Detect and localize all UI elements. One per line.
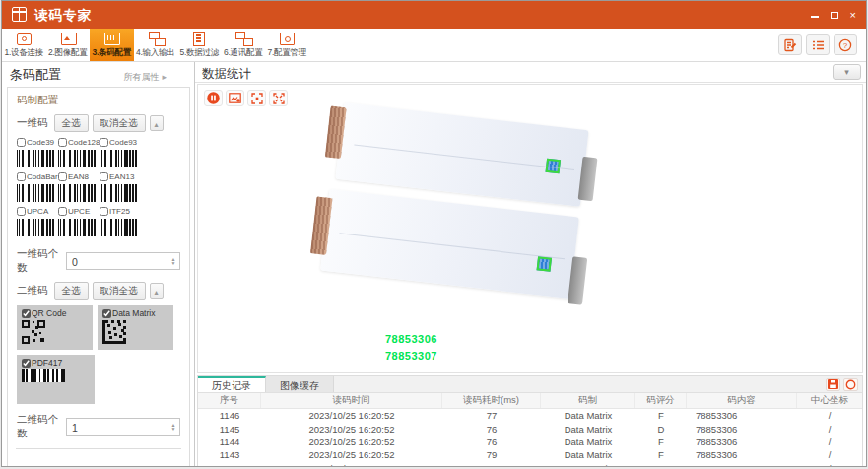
focus-icon[interactable]	[247, 90, 266, 106]
table-cell: F	[635, 409, 687, 422]
table-row[interactable]: 11422023/10/25 16:20:5276Data MatrixF788…	[198, 462, 862, 467]
barcode-type-ean8: EAN8	[58, 172, 100, 202]
minimize-icon[interactable]	[811, 16, 819, 18]
table-cell: 1144	[198, 436, 261, 448]
checkbox[interactable]	[100, 207, 108, 216]
barcode-checkbox[interactable]: Code93	[100, 138, 141, 147]
checkbox[interactable]	[100, 138, 108, 147]
window-controls: ×	[811, 1, 856, 29]
column-header[interactable]: 中心坐标	[797, 393, 862, 408]
table-cell: /	[797, 462, 862, 467]
fullscreen-icon[interactable]	[269, 90, 288, 106]
table-cell: 2023/10/25 16:20:52	[261, 448, 442, 461]
section-1d-row: 一维码 全选 取消全选	[17, 114, 180, 132]
column-header[interactable]: 码内容	[687, 393, 797, 408]
barcode-type-codabar: CodaBar	[17, 172, 58, 202]
collapse-1d-icon[interactable]	[150, 115, 164, 131]
column-header[interactable]: 读码耗时(ms)	[442, 393, 541, 408]
deselect-all-2d-button[interactable]: 取消全选	[93, 282, 146, 300]
table-row[interactable]: 11462023/10/25 16:20:5277Data MatrixF788…	[198, 409, 862, 422]
history-tab-image-cache[interactable]: 图像缓存	[266, 376, 334, 392]
collapse-2d-icon[interactable]	[150, 283, 164, 299]
table-cell: F	[635, 462, 687, 467]
barcode-label: Code93	[109, 138, 137, 147]
close-icon[interactable]: ×	[850, 10, 856, 21]
toolbar-tab-image[interactable]: 2.图像配置	[46, 29, 91, 61]
help-icon[interactable]: ?	[834, 34, 857, 55]
toolbar-tab-filter[interactable]: 5.数据过滤	[177, 29, 222, 61]
image-settings-icon[interactable]	[226, 90, 244, 106]
barcode-label: CodaBar	[27, 172, 58, 181]
checkbox[interactable]	[17, 138, 26, 147]
stepper-arrows-icon[interactable]: ▲▼	[167, 419, 179, 435]
all-properties-link[interactable]: 所有属性	[123, 71, 167, 84]
select-all-2d-button[interactable]: 全选	[54, 282, 89, 300]
barcode-checkbox[interactable]: QR Code	[22, 308, 93, 318]
deselect-all-1d-button[interactable]: 取消全选	[93, 114, 146, 132]
toolbar-tab-barcode[interactable]: 3.条码配置	[90, 29, 134, 61]
image-viewer[interactable]: 7885330678853307	[197, 84, 863, 373]
toolbar-tab-io[interactable]: 4.输入输出	[134, 29, 178, 61]
checkbox[interactable]	[17, 172, 26, 181]
barcode-checkbox[interactable]: Code39	[17, 138, 58, 147]
history-tab-records[interactable]: 历史记录	[198, 376, 266, 392]
barcode-checkbox[interactable]: ITF25	[100, 207, 141, 216]
toolbar-tab-config[interactable]: 7.配置管理	[265, 29, 309, 61]
checkbox[interactable]	[100, 172, 108, 181]
select-all-1d-button[interactable]: 全选	[54, 114, 89, 132]
barcode-preview-image	[58, 150, 96, 168]
svg-text:?: ?	[843, 41, 848, 50]
stepper-arrows-icon[interactable]: ▲▼	[167, 253, 179, 269]
barcode-label: PDF417	[32, 358, 62, 368]
barcode-type-code128: Code128	[58, 138, 100, 168]
count-2d-stepper[interactable]: 1 ▲▼	[66, 418, 180, 436]
table-row[interactable]: 11452023/10/25 16:20:5276Data MatrixD788…	[198, 422, 862, 435]
checkbox[interactable]	[22, 309, 31, 318]
toolbar-tab-network[interactable]: 6.通讯配置	[222, 29, 266, 61]
list-icon[interactable]	[806, 34, 830, 55]
table-cell: /	[797, 409, 862, 422]
tab-label: 5.数据过滤	[180, 47, 219, 59]
column-header[interactable]: 读码时间	[261, 393, 442, 408]
table-cell: D	[635, 422, 687, 435]
table-cell: 76	[442, 422, 541, 435]
panel-title: 条码配置	[10, 66, 61, 84]
history-action-icons	[826, 376, 862, 392]
table-cell: 78853306	[687, 422, 797, 435]
barcode-checkbox[interactable]: EAN13	[100, 172, 141, 181]
barcode-checkbox[interactable]: UPCA	[17, 207, 58, 216]
checkbox[interactable]	[58, 172, 67, 181]
table-cell: 78853306	[687, 436, 797, 448]
pause-icon[interactable]	[204, 90, 223, 106]
barcode-checkbox[interactable]: EAN8	[58, 172, 100, 181]
checkbox[interactable]	[17, 207, 26, 216]
report-icon[interactable]	[778, 34, 802, 55]
table-cell: /	[797, 436, 862, 448]
column-header[interactable]: 码评分	[635, 393, 687, 408]
barcode-checkbox[interactable]: UPCE	[58, 207, 100, 216]
save-icon[interactable]	[826, 378, 840, 391]
decode-result-text: 78853307	[385, 348, 437, 365]
detected-code-highlight	[546, 159, 561, 173]
maximize-icon[interactable]	[831, 12, 838, 19]
checkbox[interactable]	[58, 207, 67, 216]
barcode-checkbox[interactable]: Code128	[58, 138, 100, 147]
config-icon	[277, 31, 297, 45]
dropdown-icon[interactable]	[833, 64, 861, 80]
barcode-checkbox[interactable]: CodaBar	[17, 172, 58, 181]
clear-icon[interactable]	[843, 378, 858, 391]
column-header[interactable]: 码制	[541, 393, 635, 408]
column-header[interactable]: 序号	[198, 393, 261, 408]
table-row[interactable]: 11442023/10/25 16:20:5276Data MatrixF788…	[198, 436, 862, 448]
history-section: 历史记录图像缓存 序号读码时间读码耗时(ms)码制码评分码内容中心坐标 1146…	[197, 375, 863, 466]
checkbox[interactable]	[58, 138, 67, 147]
checkbox[interactable]	[102, 309, 111, 318]
count-1d-stepper[interactable]: 0 ▲▼	[66, 252, 180, 270]
table-row[interactable]: 11432023/10/25 16:20:5279Data MatrixF788…	[198, 448, 862, 461]
table-cell: 78853306	[687, 462, 797, 467]
barcode-checkbox[interactable]: Data Matrix	[102, 308, 173, 318]
checkbox[interactable]	[22, 359, 31, 368]
barcode-checkbox[interactable]: PDF417	[22, 358, 95, 368]
section-2d-label: 二维码	[17, 284, 48, 298]
toolbar-tab-camera[interactable]: 1.设备连接	[2, 29, 46, 61]
